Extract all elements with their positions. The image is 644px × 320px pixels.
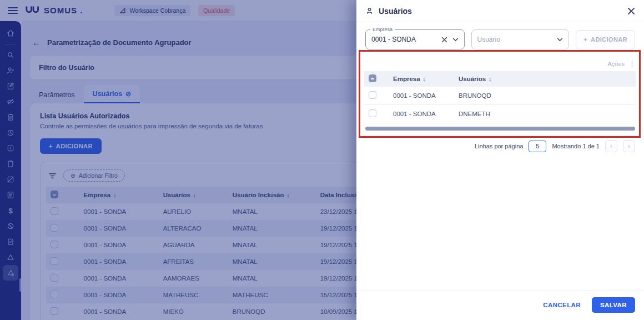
empresa-field-value: 0001 - SONDA	[371, 36, 441, 43]
actions-button-label: Ações	[607, 61, 625, 67]
row-checkbox[interactable]	[369, 109, 376, 117]
cancel-button[interactable]: CANCELAR	[543, 302, 581, 308]
usuario-select[interactable]: Usuário	[471, 29, 570, 49]
modal-backdrop[interactable]	[0, 0, 356, 320]
drawer-col-usuarios: Usuários	[459, 76, 486, 82]
person-icon	[365, 7, 374, 15]
table-row: 0001 - SONDADNEMETH	[364, 105, 636, 123]
table-row: 0001 - SONDABRUNOQD	[364, 87, 636, 105]
rows-per-page-input[interactable]	[529, 141, 546, 152]
empresa-combobox[interactable]: Empresa 0001 - SONDA	[365, 29, 465, 49]
cell-empresa: 0001 - SONDA	[389, 87, 454, 105]
horizontal-scrollbar[interactable]	[365, 127, 635, 131]
drawer-title: Usuários	[379, 7, 412, 16]
drawer-add-button[interactable]: + ADICIONAR	[576, 30, 635, 49]
cell-empresa: 0001 - SONDA	[389, 105, 454, 123]
drawer-table-body: 0001 - SONDABRUNOQD0001 - SONDADNEMETH	[364, 87, 636, 123]
row-checkbox[interactable]	[369, 91, 376, 99]
kebab-menu-icon: ⋮	[628, 59, 636, 68]
prev-page-button[interactable]: ‹	[605, 140, 617, 152]
plus-icon: +	[583, 36, 587, 43]
drawer-col-empresa: Empresa	[393, 76, 420, 82]
clear-icon[interactable]	[441, 37, 447, 43]
drawer-table-panel: Ações ⋮ Empresa▲▼ Usuários▲▼ 0001 - SOND…	[356, 55, 644, 158]
drawer-select-all-checkbox[interactable]	[369, 74, 376, 82]
showing-label: Mostrando 1 de 1	[552, 143, 600, 149]
empresa-field-label: Empresa	[370, 27, 395, 32]
drawer-table-header-row: Empresa▲▼ Usuários▲▼	[364, 71, 636, 87]
sort-icon[interactable]: ▲▼	[489, 77, 491, 82]
drawer-users-table: Empresa▲▼ Usuários▲▼ 0001 - SONDABRUNOQD…	[364, 71, 636, 123]
usuario-select-placeholder: Usuário	[477, 36, 500, 43]
cell-usuario: DNEMETH	[454, 105, 636, 123]
pagination: Linhas por página Mostrando 1 de 1 ‹ ›	[364, 135, 636, 158]
usuarios-drawer: Usuários Empresa 0001 - SONDA Usuário	[356, 0, 644, 320]
close-icon[interactable]	[627, 7, 635, 15]
sort-icon[interactable]: ▲▼	[423, 77, 426, 82]
chevron-down-icon	[557, 38, 563, 42]
drawer-add-button-label: ADICIONAR	[591, 36, 627, 43]
actions-menu-button[interactable]: Ações ⋮	[607, 59, 636, 68]
save-button[interactable]: SALVAR	[592, 297, 635, 313]
rows-per-page-label: Linhas por página	[475, 143, 523, 149]
chevron-down-icon[interactable]	[452, 38, 459, 42]
cell-usuario: BRUNOQD	[454, 87, 636, 105]
next-page-button[interactable]: ›	[623, 140, 635, 152]
